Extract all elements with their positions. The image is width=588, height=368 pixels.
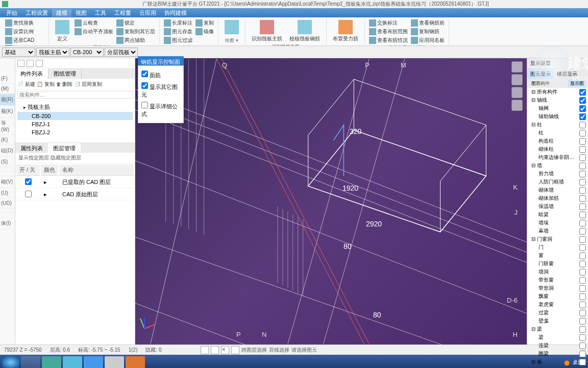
visibility-toggle[interactable]	[579, 269, 586, 275]
swap-dim[interactable]: 交换标注	[368, 19, 409, 27]
visibility-toggle[interactable]	[579, 130, 586, 136]
view-status[interactable]: 查看布筋情况	[368, 36, 409, 44]
display-tree-item[interactable]: 窗	[527, 251, 588, 260]
tab-layer-mgmt[interactable]: 图层管理	[48, 143, 81, 153]
start-button[interactable]	[2, 356, 19, 368]
taskbar-app-6[interactable]	[126, 356, 145, 368]
category-item[interactable]: (M)	[0, 84, 15, 94]
tool-icon-4[interactable]	[231, 346, 239, 354]
display-tree-item[interactable]: ⊟ 墙	[527, 162, 588, 170]
visibility-toggle[interactable]	[579, 195, 586, 202]
display-tree-item[interactable]: 壁龛	[527, 317, 588, 325]
category-item[interactable]	[0, 172, 15, 176]
visibility-toggle[interactable]	[579, 187, 586, 194]
display-tree-item[interactable]: 门联窗	[527, 260, 588, 268]
visibility-toggle[interactable]	[579, 220, 586, 226]
category-item[interactable]	[0, 167, 15, 172]
copy-button[interactable]: 📋 复制	[37, 81, 55, 88]
display-tree-item[interactable]: ⊟ 门窗洞	[527, 235, 588, 243]
visibility-toggle[interactable]	[579, 146, 586, 153]
tree-child[interactable]: FBZJ-2	[17, 128, 133, 136]
layer-toggle[interactable]	[25, 191, 32, 197]
display-tree-item[interactable]: 保温墙	[527, 202, 588, 211]
nav-rotate-icon[interactable]	[511, 87, 523, 98]
visibility-toggle[interactable]	[579, 342, 586, 349]
identify-rebar[interactable]: 识别筏板主筋	[249, 19, 285, 43]
table-row[interactable]: ▸已提取的 CAD 图层	[16, 177, 134, 188]
two-point[interactable]: 两点辅助	[115, 36, 156, 44]
category-item[interactable]	[0, 213, 15, 218]
delete-button[interactable]: 🗑 删除	[56, 81, 73, 88]
taskbar-app-2[interactable]	[42, 356, 61, 368]
find-replace[interactable]: 查找替换	[4, 19, 45, 27]
search-input[interactable]	[17, 91, 133, 99]
visibility-toggle[interactable]	[579, 302, 586, 308]
place-rebar[interactable]: 布置受力筋	[330, 19, 361, 43]
display-tree-item[interactable]: 飘窗	[527, 292, 588, 301]
visibility-toggle[interactable]	[579, 334, 586, 341]
restore-cad[interactable]: 还原CAD	[4, 36, 45, 44]
desktop-label[interactable]: 桌面	[573, 359, 583, 366]
display-tree-item[interactable]: 砌体墙	[527, 186, 588, 194]
category-item[interactable]: 础(D)	[0, 145, 15, 157]
taskbar-app-1[interactable]	[21, 356, 40, 368]
visibility-toggle[interactable]	[579, 277, 586, 284]
mirror-btn[interactable]: 镜像	[194, 28, 215, 36]
category-item[interactable]: 等(W)	[0, 118, 15, 135]
line-select[interactable]: 异线选择	[269, 347, 289, 354]
display-tree-item[interactable]: 过梁	[527, 309, 588, 317]
tab-floor-display[interactable]: 楼层显示	[554, 69, 580, 79]
tab-drawing-mgmt[interactable]: 图纸管理	[48, 68, 82, 79]
length-dim[interactable]: 长度标注	[163, 19, 193, 27]
display-tree-item[interactable]: ⊟ 轴线	[527, 96, 588, 104]
display-tree-item[interactable]: 暗梁	[527, 211, 588, 219]
visibility-toggle[interactable]	[579, 351, 586, 357]
category-item[interactable]: (S)	[0, 157, 15, 167]
display-tree-item[interactable]: 墙垛	[527, 219, 588, 227]
view-range[interactable]: 查看布筋范围	[368, 28, 409, 36]
nav-back-icon[interactable]	[17, 60, 24, 67]
category-item[interactable]: (F)	[0, 74, 15, 84]
tool-icon-2[interactable]	[211, 346, 219, 354]
menu-cloud[interactable]: 云应用	[135, 9, 160, 17]
copy-rebar[interactable]: 复制钢筋	[410, 28, 446, 36]
menu-modeling[interactable]: 建模	[52, 9, 71, 17]
tool-icon-3[interactable]: ✕	[221, 346, 229, 354]
menu-collab[interactable]: 协同建模	[160, 9, 191, 17]
set-scale[interactable]: 设置比例	[4, 28, 45, 36]
view-before[interactable]: 查看钢筋前	[410, 19, 446, 27]
type-select[interactable]: 筏板主筋	[36, 48, 69, 57]
display-tree-item[interactable]: 带形窗	[527, 276, 588, 284]
layer-copy-button[interactable]: 📑 层间复制	[74, 81, 102, 88]
category-item[interactable]: (UD)	[0, 198, 15, 209]
draw-button[interactable]	[222, 19, 242, 36]
visibility-toggle[interactable]	[579, 97, 586, 104]
display-tree-item[interactable]: ⊟ 柱	[527, 121, 588, 129]
taskbar-app-5[interactable]	[105, 356, 124, 368]
menu-start[interactable]: 开始	[2, 9, 21, 17]
copy-to-layer[interactable]: 锁定	[115, 19, 156, 27]
taskbar-app-3[interactable]	[63, 356, 82, 368]
display-tree-item[interactable]: 门	[527, 243, 588, 251]
tab-component-list[interactable]: 构件列表	[15, 68, 48, 79]
new-button[interactable]: 📄 新建	[17, 81, 35, 88]
visibility-toggle[interactable]	[579, 163, 586, 169]
option-show-formula[interactable]: 显示详细公式	[141, 100, 180, 120]
category-item[interactable]: 额(K)	[0, 106, 15, 118]
display-tree-item[interactable]: 柱	[527, 129, 588, 137]
display-tree-item[interactable]: 构造柱	[527, 137, 588, 145]
display-tree-item[interactable]: 人防门框墙	[527, 178, 588, 186]
visibility-toggle[interactable]	[579, 310, 586, 316]
nav-cube-icon[interactable]	[511, 61, 523, 73]
display-tree-item[interactable]: 幕墙	[527, 227, 588, 235]
category-item[interactable]: 体(I)	[0, 218, 15, 229]
display-tree-item[interactable]: 连梁	[527, 341, 588, 350]
menu-project-settings[interactable]: 工程设置	[21, 9, 52, 17]
tray-icon-1[interactable]: ⬤	[564, 360, 570, 365]
option-surface[interactable]: 面筋	[141, 69, 180, 81]
option-show-other[interactable]: 显示其它图元	[141, 81, 180, 100]
display-tree-item[interactable]: ⊟ 梁	[527, 325, 588, 333]
display-tree-item[interactable]: 圈梁	[527, 350, 588, 358]
viewport-3d[interactable]: Q P M K J D-6 H N P 320 1920 2920 80 80	[135, 58, 527, 344]
visibility-toggle[interactable]	[579, 236, 586, 243]
